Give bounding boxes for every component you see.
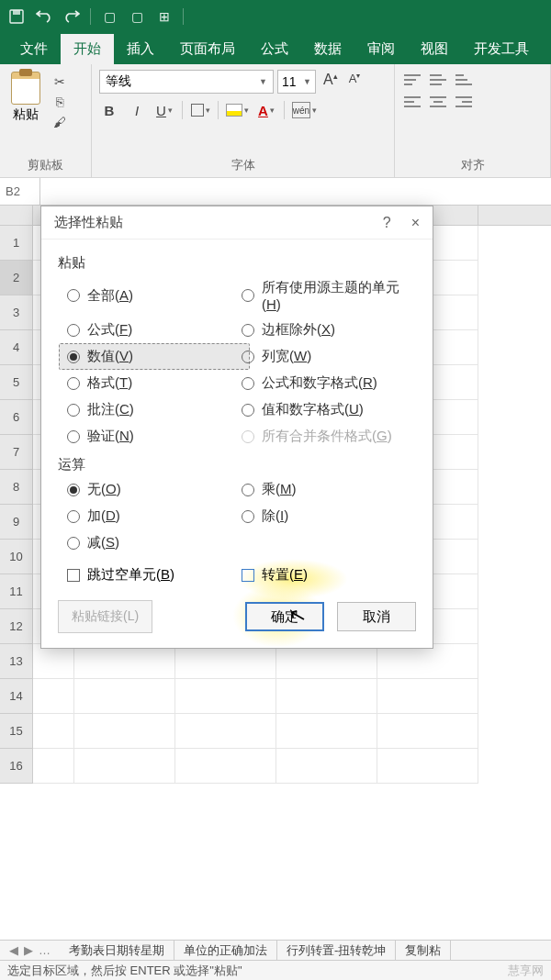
- cell[interactable]: [377, 749, 478, 784]
- radio-option[interactable]: 所有使用源主题的单元(H): [242, 279, 416, 312]
- cell[interactable]: [276, 644, 377, 679]
- row-header[interactable]: 11: [0, 574, 33, 609]
- sheet-tab[interactable]: 复制粘: [396, 941, 451, 961]
- radio-option[interactable]: 格式(T): [67, 374, 242, 392]
- sheet-tab[interactable]: 考勤表日期转星期: [60, 941, 174, 961]
- radio-option[interactable]: 值和数字格式(U): [242, 401, 416, 418]
- radio-option[interactable]: 加(D): [67, 507, 242, 525]
- align-middle-icon[interactable]: [428, 72, 448, 88]
- row-header[interactable]: 2: [0, 261, 33, 295]
- grow-font-icon[interactable]: A▴: [320, 70, 342, 94]
- cell[interactable]: [276, 714, 377, 749]
- row-header[interactable]: 4: [0, 330, 33, 365]
- transpose-checkbox[interactable]: 转置(E): [242, 566, 416, 584]
- radio-option[interactable]: 乘(M): [242, 481, 416, 498]
- close-icon[interactable]: ×: [411, 215, 420, 231]
- row-header[interactable]: 13: [0, 644, 33, 679]
- row-header[interactable]: 7: [0, 435, 33, 470]
- cancel-button[interactable]: 取消: [337, 602, 416, 631]
- tab-home[interactable]: 开始: [61, 34, 114, 64]
- sheet-tab[interactable]: 单位的正确加法: [174, 941, 277, 961]
- font-name-select[interactable]: 等线▼: [99, 70, 274, 94]
- align-top-icon[interactable]: [402, 72, 422, 88]
- cell[interactable]: [74, 644, 175, 679]
- row-header[interactable]: 9: [0, 505, 33, 540]
- cell[interactable]: [33, 679, 74, 714]
- paste-button[interactable]: 粘贴: [7, 70, 44, 125]
- qat-icon-2[interactable]: ▢: [128, 7, 146, 26]
- radio-option[interactable]: 验证(N): [67, 428, 242, 445]
- row-header[interactable]: 3: [0, 295, 33, 330]
- radio-option[interactable]: 列宽(W): [242, 348, 416, 365]
- radio-option[interactable]: 批注(C): [67, 401, 242, 418]
- underline-button[interactable]: U▾: [154, 99, 174, 121]
- cell[interactable]: [175, 714, 276, 749]
- tab-insert[interactable]: 插入: [114, 34, 167, 64]
- row-header[interactable]: 12: [0, 609, 33, 644]
- cell[interactable]: [377, 714, 478, 749]
- row-header[interactable]: 16: [0, 749, 33, 784]
- cell[interactable]: [74, 714, 175, 749]
- name-box[interactable]: B2: [0, 178, 40, 205]
- align-left-icon[interactable]: [402, 94, 422, 110]
- cell[interactable]: [33, 644, 74, 679]
- paste-link-button[interactable]: 粘贴链接(L): [58, 600, 152, 633]
- sheet-tab[interactable]: 行列转置-扭转乾坤: [277, 941, 396, 961]
- sheet-prev-icon[interactable]: ◀: [9, 943, 18, 957]
- radio-option[interactable]: 数值(V): [59, 343, 250, 370]
- row-header[interactable]: 14: [0, 679, 33, 714]
- select-all-corner[interactable]: [0, 206, 33, 225]
- shrink-font-icon[interactable]: A▾: [345, 70, 365, 94]
- cell[interactable]: [74, 679, 175, 714]
- sheet-more-icon[interactable]: …: [39, 943, 51, 957]
- cell[interactable]: [276, 679, 377, 714]
- cell[interactable]: [377, 679, 478, 714]
- cell[interactable]: [175, 749, 276, 784]
- font-color-button[interactable]: A▾: [256, 99, 276, 121]
- radio-option[interactable]: 除(I): [242, 507, 416, 525]
- tab-review[interactable]: 审阅: [354, 34, 408, 64]
- sheet-next-icon[interactable]: ▶: [24, 943, 33, 957]
- tab-formulas[interactable]: 公式: [248, 34, 301, 64]
- tab-view[interactable]: 视图: [408, 34, 461, 64]
- qat-icon-3[interactable]: ⊞: [155, 7, 174, 26]
- align-center-icon[interactable]: [428, 94, 448, 110]
- copy-icon[interactable]: ⎘: [50, 94, 70, 110]
- radio-option[interactable]: 减(S): [67, 534, 242, 551]
- radio-option[interactable]: 公式(F): [67, 321, 242, 339]
- cell[interactable]: [377, 644, 478, 679]
- cell[interactable]: [33, 749, 74, 784]
- italic-button[interactable]: I: [127, 99, 147, 121]
- radio-option[interactable]: 边框除外(X): [242, 321, 416, 339]
- row-header[interactable]: 8: [0, 470, 33, 505]
- format-painter-icon[interactable]: 🖌: [50, 114, 70, 130]
- tab-data[interactable]: 数据: [301, 34, 354, 64]
- undo-icon[interactable]: [35, 7, 53, 26]
- radio-option[interactable]: 全部(A): [67, 279, 242, 312]
- cell[interactable]: [33, 714, 74, 749]
- cell[interactable]: [276, 749, 377, 784]
- tab-dev[interactable]: 开发工具: [461, 34, 542, 64]
- font-size-select[interactable]: 11▼: [277, 70, 316, 94]
- align-bottom-icon[interactable]: [454, 72, 474, 88]
- qat-icon-1[interactable]: ▢: [100, 7, 118, 26]
- cell[interactable]: [175, 644, 276, 679]
- bold-button[interactable]: B: [99, 99, 119, 121]
- tab-file[interactable]: 文件: [7, 34, 61, 64]
- radio-option[interactable]: 公式和数字格式(R): [242, 374, 416, 392]
- row-header[interactable]: 1: [0, 226, 33, 261]
- cell[interactable]: [74, 749, 175, 784]
- redo-icon[interactable]: [62, 7, 81, 26]
- fill-color-button[interactable]: ▾: [226, 99, 249, 121]
- borders-button[interactable]: ▾: [190, 99, 210, 121]
- help-icon[interactable]: ?: [383, 215, 391, 231]
- row-header[interactable]: 15: [0, 714, 33, 749]
- phonetic-button[interactable]: wén▾: [292, 99, 317, 121]
- radio-option[interactable]: 无(O): [67, 481, 242, 498]
- cell[interactable]: [175, 679, 276, 714]
- row-header[interactable]: 10: [0, 540, 33, 574]
- align-right-icon[interactable]: [454, 94, 474, 110]
- save-icon[interactable]: [7, 7, 26, 26]
- row-header[interactable]: 6: [0, 400, 33, 435]
- ok-button[interactable]: 确定: [245, 602, 324, 631]
